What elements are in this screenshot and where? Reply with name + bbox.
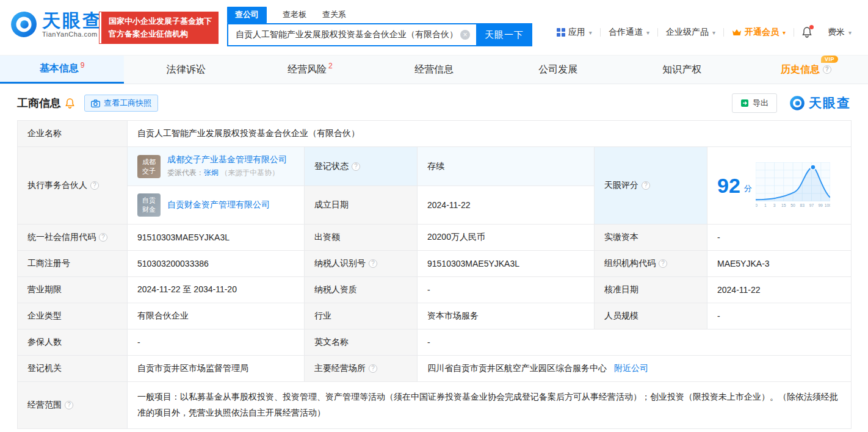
- term-value: 2024-11-22 至 2034-11-20: [128, 277, 305, 303]
- business-registration-table: 企业名称 自贡人工智能产业发展股权投资基金合伙企业（有限合伙） 执行事务合伙人 …: [17, 120, 852, 429]
- business-scope-label: 经营范围: [18, 382, 128, 429]
- export-button[interactable]: 导出: [732, 93, 777, 113]
- export-icon: [740, 99, 749, 107]
- help-icon[interactable]: [90, 181, 99, 190]
- svg-text:100: 100: [825, 203, 830, 207]
- alert-bell-icon[interactable]: [65, 98, 74, 109]
- tab-company-development[interactable]: 公司发展: [496, 56, 620, 84]
- establish-date-label: 成立日期: [305, 186, 418, 225]
- address-label: 主要经营场所: [305, 356, 418, 382]
- grid-icon: [557, 28, 565, 37]
- staff-size-label: 人员规模: [595, 303, 707, 329]
- taxpayer-quality-value: -: [418, 277, 595, 303]
- paid-capital-value: -: [707, 225, 852, 251]
- partner-item: 自贡 财金 自贡财金资产管理有限公司: [128, 186, 305, 225]
- partner-company-link[interactable]: 自贡财金资产管理有限公司: [167, 200, 270, 211]
- authority-value: 自贡市贡井区市场监督管理局: [128, 356, 305, 382]
- tab-legal-proceedings-label: 法律诉讼: [167, 63, 206, 76]
- partner-avatar[interactable]: 成都 交子: [137, 155, 161, 178]
- tianyancha-logo-icon: [789, 95, 805, 111]
- score-distribution-chart: 0 1 3 15 50 83 97 99 100: [756, 162, 830, 209]
- nav-cooperation-label: 合作通道: [609, 27, 643, 38]
- table-row: 经营范围 一般项目：以私募基金从事股权投资、投资管理、资产管理等活动（须在中国证…: [18, 382, 852, 429]
- camera-icon: [91, 99, 100, 107]
- score-unit: 分: [744, 183, 752, 194]
- org-code-label: 组织机构代码: [595, 251, 707, 277]
- search-button[interactable]: 天眼一下: [476, 23, 532, 46]
- nav-apps[interactable]: 应用: [549, 27, 600, 38]
- company-name-label: 企业名称: [18, 121, 128, 147]
- insured-value: -: [128, 329, 305, 356]
- view-business-snapshot-button[interactable]: 查看工商快照: [84, 95, 158, 112]
- search-tab-boss[interactable]: 查老板: [283, 9, 306, 23]
- tab-company-development-label: 公司发展: [538, 63, 577, 76]
- help-icon[interactable]: [659, 259, 667, 268]
- authority-label: 登记机关: [18, 356, 128, 382]
- tianyancha-logo[interactable]: 天眼查 TianYanCha.com: [10, 10, 103, 38]
- taxpayer-no-label: 纳税人识别号: [305, 251, 418, 277]
- nearby-companies-link[interactable]: 附近公司: [614, 363, 648, 373]
- nav-user-account[interactable]: 费米: [820, 27, 859, 38]
- nav-open-membership-label: 开通会员: [745, 27, 779, 38]
- chevron-down-icon: [712, 29, 715, 36]
- svg-text:3: 3: [773, 203, 775, 207]
- svg-text:99: 99: [818, 203, 823, 207]
- tianyancha-logo-icon: [10, 10, 38, 38]
- rep-person-link[interactable]: 张炯: [204, 168, 219, 177]
- search-tab-relation[interactable]: 查关系: [322, 9, 346, 23]
- chevron-down-icon: [848, 29, 852, 36]
- tab-operating-risk-label: 经营风险: [288, 63, 327, 76]
- score-number: 92: [717, 175, 740, 196]
- tab-business-info-label: 经营信息: [414, 63, 454, 76]
- rep-prefix: 委派代表：: [167, 168, 204, 177]
- approval-date-value: 2024-11-22: [707, 277, 852, 303]
- nav-enterprise-products[interactable]: 企业级产品: [658, 27, 723, 38]
- table-row: 执行事务合伙人 成都 交子 成都交子产业基金管理有限公司 委派代表：张炯 （来源…: [18, 147, 852, 186]
- tab-intellectual-property-label: 知识产权: [662, 63, 701, 76]
- reg-status-value: 存续: [418, 147, 595, 186]
- help-icon[interactable]: [99, 233, 107, 242]
- help-icon[interactable]: [65, 401, 73, 409]
- tab-basic-info[interactable]: 基本信息 9: [0, 56, 124, 84]
- notifications-button[interactable]: [794, 27, 820, 38]
- industry-value: 资本市场服务: [418, 303, 595, 329]
- partner-item: 成都 交子 成都交子产业基金管理有限公司 委派代表：张炯 （来源于中基协）: [128, 147, 305, 186]
- search-input[interactable]: [227, 23, 476, 46]
- tab-history-info[interactable]: 历史信息 VIP: [744, 56, 868, 84]
- industry-label: 行业: [305, 303, 418, 329]
- taxpayer-no-value: 91510303MAE5YJKA3L: [418, 251, 595, 277]
- search-tab-company[interactable]: 查公司: [227, 7, 267, 23]
- help-icon[interactable]: [823, 65, 831, 74]
- clear-search-icon[interactable]: [460, 30, 470, 40]
- nav-cooperation[interactable]: 合作通道: [601, 27, 657, 38]
- search-tabs: 查公司 查老板 查关系: [227, 7, 532, 23]
- help-icon[interactable]: [369, 259, 377, 268]
- tab-intellectual-property[interactable]: 知识产权: [620, 56, 744, 84]
- table-row: 工商注册号 510303200033386 纳税人识别号 91510303MAE…: [18, 251, 852, 277]
- business-scope-value: 一般项目：以私募基金从事股权投资、投资管理、资产管理等活动（须在中国证券投资基金…: [128, 382, 852, 429]
- tianyancha-watermark: 天眼查: [789, 95, 851, 112]
- svg-text:0: 0: [756, 203, 758, 207]
- partner-avatar[interactable]: 自贡 财金: [137, 193, 161, 217]
- table-row: 登记机关 自贡市贡井区市场监督管理局 主要经营场所 四川省自贡市贡井区航空产业园…: [18, 356, 852, 382]
- tab-business-info[interactable]: 经营信息: [372, 56, 496, 84]
- help-icon[interactable]: [352, 162, 360, 171]
- chevron-down-icon: [646, 29, 649, 36]
- tab-count-badge: 2: [328, 62, 333, 70]
- help-icon[interactable]: [369, 364, 377, 373]
- watermark-brand-text: 天眼查: [809, 95, 851, 112]
- credit-code-label: 统一社会信用代码: [18, 225, 128, 251]
- help-icon[interactable]: [642, 181, 650, 190]
- logo-text-cn: 天眼查: [42, 11, 103, 31]
- export-button-label: 导出: [753, 98, 769, 109]
- tianyan-score-value: 92 分 0 1 3 15 50 83 97 99 100: [707, 147, 852, 225]
- tab-operating-risk[interactable]: 经营风险 2: [248, 56, 372, 84]
- reg-no-label: 工商注册号: [18, 251, 128, 277]
- partner-company-link[interactable]: 成都交子产业基金管理有限公司: [167, 154, 287, 165]
- tab-legal-proceedings[interactable]: 法律诉讼: [124, 56, 248, 84]
- gov-badge-line1: 国家中小企业发展子基金旗下: [109, 15, 212, 27]
- nav-open-membership[interactable]: 开通会员: [724, 27, 794, 38]
- gov-badge-line2: 官方备案企业征信机构: [109, 27, 212, 40]
- insured-label: 参保人数: [18, 329, 128, 356]
- top-navigation: 应用 合作通道 企业级产品 开通会员: [549, 27, 859, 38]
